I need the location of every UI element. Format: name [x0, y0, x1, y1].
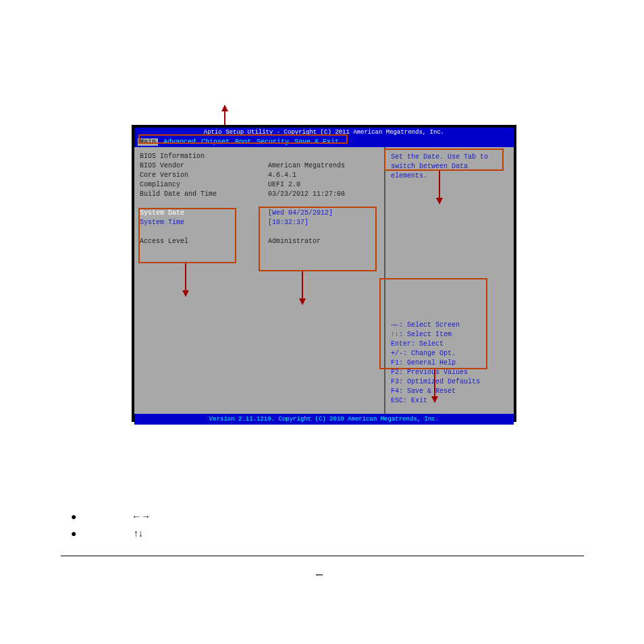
bios-tabs: Main Advanced Chipset Boot Security Save… [134, 137, 514, 147]
access-label: Access Level [140, 237, 268, 246]
hint-enter: Enter: Select [391, 340, 508, 349]
section-title: BIOS Information [140, 153, 379, 160]
arrows-ud: ↑↓ [134, 528, 143, 539]
footer-rule [61, 556, 584, 556]
hint-change-opt: +/-: Change Opt. [391, 349, 508, 358]
build-value: 03/23/2012 11:27:08 [268, 190, 379, 199]
bullet-2: ● [71, 528, 97, 539]
system-date-value[interactable]: [Wed 04/25/2012] [268, 209, 379, 218]
tab-advanced[interactable]: Advanced [163, 138, 196, 146]
svg-marker-1 [221, 105, 228, 111]
help-text-1: Set the Date. Use Tab to [391, 153, 508, 162]
tab-main[interactable]: Main [138, 138, 158, 146]
hint-general-help: F1: General Help [391, 358, 508, 368]
tab-chipset[interactable]: Chipset [201, 138, 230, 146]
tab-boot[interactable]: Boot [235, 138, 251, 146]
hint-previous-values: F2: Previous Values [391, 368, 508, 377]
hint-select-screen: →←: Select Screen [391, 321, 508, 330]
compliancy-value: UEFI 2.0 [268, 180, 379, 190]
tab-security[interactable]: Security [257, 138, 289, 146]
key-hints: →←: Select Screen ↑↓: Select Item Enter:… [391, 321, 508, 406]
bios-footer: Version 2.11.1210. Copyright (C) 2010 Am… [134, 414, 514, 425]
hint-select-item: ↑↓: Select Item [391, 330, 508, 340]
bios-help-panel: Set the Date. Use Tab to switch between … [385, 147, 514, 414]
access-value: Administrator [268, 237, 379, 246]
vendor-label: BIOS Vendor [140, 161, 268, 171]
bios-body: BIOS Information BIOS Vendor American Me… [134, 147, 514, 414]
bios-screenshot: Aptio Setup Utility - Copyright (C) 2011… [132, 125, 516, 422]
system-time-label[interactable]: System Time [140, 218, 268, 227]
bios-main-panel: BIOS Information BIOS Vendor American Me… [134, 147, 385, 414]
core-value: 4.6.4.1 [268, 171, 379, 180]
hint-optimized-defaults: F3: Optimized Defaults [391, 377, 508, 387]
page-dash: – [316, 567, 323, 581]
vendor-value: American Megatrends [268, 161, 379, 171]
bios-title-bar: Aptio Setup Utility - Copyright (C) 2011… [134, 128, 514, 137]
hint-save-reset: F4: Save & Reset [391, 387, 508, 396]
hint-exit: ESC: Exit [391, 396, 508, 406]
system-time-value[interactable]: [10:32:37] [268, 218, 379, 227]
bullet-1: ● [71, 511, 97, 522]
core-label: Core Version [140, 171, 268, 180]
system-date-label[interactable]: System Date [140, 209, 268, 218]
help-text-2: switch between Data elements. [391, 162, 508, 181]
arrows-lr: ←→ [132, 511, 151, 522]
compliancy-label: Compliancy [140, 180, 268, 190]
tab-save-exit[interactable]: Save & Exit [294, 138, 339, 146]
build-label: Build Date and Time [140, 190, 268, 199]
